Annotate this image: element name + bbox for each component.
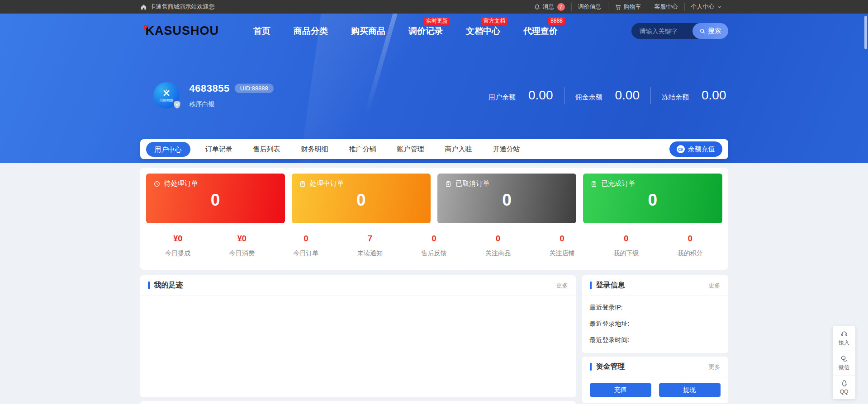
card-pending-orders[interactable]: 待处理订单 0	[146, 174, 285, 223]
footprints-more-link[interactable]: 更多	[556, 282, 568, 290]
tab-order-history[interactable]: 订单记录	[205, 145, 232, 154]
home-icon	[140, 4, 147, 10]
card-value: 0	[153, 191, 278, 210]
card-value: 0	[445, 191, 569, 210]
last-login-address-label: 最近登录地址:	[590, 320, 721, 328]
topbar-item-label: 个人中心	[691, 3, 715, 11]
stat-followed-products[interactable]: 0关注商品	[466, 234, 530, 258]
profile-row: 川峰网络 4683855 UID:88888 秩序白银 用户余额 0.00	[140, 82, 728, 108]
tab-substation[interactable]: 开通分站	[493, 145, 520, 154]
welcome-text: 卡速售商城演示站欢迎您	[150, 3, 215, 11]
nav-item-price-history[interactable]: 调价记录实时更新	[408, 25, 443, 37]
message-count-badge: 7	[557, 3, 565, 11]
avatar-text: 川峰网络	[159, 99, 174, 103]
login-info-title: 登录信息	[596, 281, 625, 290]
search-icon	[699, 28, 706, 34]
qq-icon	[840, 380, 848, 387]
funds-panel: 资金管理 更多 充值 提现	[582, 357, 728, 403]
topbar-item-support[interactable]: 客服中心	[648, 3, 685, 11]
nav-item-home[interactable]: 首页	[253, 25, 270, 37]
clipboard-check-icon	[590, 180, 598, 188]
balance-frozen: 冻结余额 0.00	[662, 88, 726, 103]
hero-header: KASUSHOU 首页 商品分类 购买商品 调价记录实时更新 文档中心官方文档 …	[0, 14, 868, 163]
last-login-time-label: 最近登录时间:	[590, 336, 721, 344]
contact-float-widget: 接入 微信 QQ	[833, 326, 855, 399]
contact-wechat-button[interactable]: 微信	[833, 351, 855, 376]
tab-user-center[interactable]: 用户中心	[146, 142, 190, 157]
topbar-item-label: 购物车	[624, 3, 641, 11]
login-info-more-link[interactable]: 更多	[709, 282, 721, 290]
footprints-panel: 我的足迹 更多	[140, 275, 576, 397]
card-completed-orders[interactable]: 已完成订单 0	[583, 174, 722, 223]
uid-badge: UID:88888	[235, 84, 274, 93]
balance-recharge-button[interactable]: 余额充值	[669, 141, 722, 157]
nav-badge: 官方文档	[481, 17, 508, 25]
tab-aftersales[interactable]: 售后列表	[253, 145, 280, 154]
stat-followed-shops[interactable]: 0关注店铺	[530, 234, 594, 258]
stat-aftersales-feedback[interactable]: 0售后反馈	[402, 234, 466, 258]
headset-icon	[840, 330, 848, 338]
card-value: 0	[590, 191, 715, 210]
stat-unread-notices[interactable]: 7未读通知	[338, 234, 402, 258]
verified-shield-icon	[172, 100, 182, 109]
recharge-button[interactable]: 充值	[590, 383, 651, 397]
nav-item-docs[interactable]: 文档中心官方文档	[466, 25, 500, 37]
recent-orders-panel: 近期订单 全部订单	[140, 401, 576, 404]
tab-account[interactable]: 账户管理	[397, 145, 424, 154]
bell-icon	[534, 4, 541, 10]
balance-user: 用户余额 0.00	[489, 88, 553, 103]
search-button[interactable]: 搜索	[693, 23, 728, 39]
contact-connect-button[interactable]: 接入	[833, 326, 855, 351]
topbar-menu: 消息 7 调价信息 购物车 客服中心 个人中心	[527, 3, 728, 11]
user-level: 秩序白银	[190, 100, 274, 108]
topbar-item-cart[interactable]: 购物车	[608, 3, 648, 11]
stat-my-points[interactable]: 0我的积分	[658, 234, 722, 258]
clipboard-icon	[299, 180, 306, 188]
search-box: 搜索	[631, 23, 728, 39]
stats-row: ¥0今日提成 ¥0今日消费 0今日订单 7未读通知 0售后反馈 0关注商品 0关…	[146, 223, 722, 270]
section-accent-bar	[590, 282, 592, 289]
topbar-item-label: 调价信息	[578, 3, 602, 11]
stat-today-orders[interactable]: 0今日订单	[274, 234, 338, 258]
tab-finance[interactable]: 财务明细	[301, 145, 328, 154]
tab-merchant[interactable]: 商户入驻	[445, 145, 472, 154]
withdraw-button[interactable]: 提现	[659, 383, 721, 397]
funds-more-link[interactable]: 更多	[709, 363, 721, 371]
scrollbar-thumb[interactable]	[864, 16, 867, 49]
section-accent-bar	[148, 282, 150, 289]
overview-panel: 待处理订单 0 处理中订单 0 已取消订单	[140, 168, 728, 270]
site-logo[interactable]: KASUSHOU	[146, 24, 219, 38]
avatar[interactable]: 川峰网络	[153, 82, 180, 108]
tab-distribution[interactable]: 推广分销	[349, 145, 376, 154]
wallet-icon	[677, 145, 685, 153]
card-processing-orders[interactable]: 处理中订单 0	[292, 174, 431, 223]
stat-today-commission[interactable]: ¥0今日提成	[146, 234, 210, 258]
nav-badge: 实时更新	[424, 17, 450, 25]
stat-today-spend[interactable]: ¥0今日消费	[210, 234, 274, 258]
section-accent-bar	[590, 363, 592, 371]
divider	[564, 87, 564, 104]
topbar-item-label: 客服中心	[655, 3, 678, 11]
topbar-item-messages[interactable]: 消息 7	[527, 3, 572, 11]
main-nav: KASUSHOU 首页 商品分类 购买商品 调价记录实时更新 文档中心官方文档 …	[140, 14, 728, 41]
nav-item-agent-price[interactable]: 代理查价8888	[523, 25, 558, 37]
avatar-logo-icon	[161, 88, 171, 98]
footprints-empty-body	[140, 296, 576, 397]
stat-my-subordinates[interactable]: 0我的下级	[594, 234, 658, 258]
topbar-welcome: 卡速售商城演示站欢迎您	[140, 3, 215, 11]
topbar-item-account[interactable]: 个人中心	[685, 3, 728, 11]
card-cancelled-orders[interactable]: 已取消订单 0	[437, 174, 576, 223]
nav-item-buy[interactable]: 购买商品	[351, 25, 385, 37]
topbar-item-price-info[interactable]: 调价信息	[572, 3, 608, 11]
search-input[interactable]	[631, 28, 693, 35]
last-login-ip-label: 最近登录IP:	[590, 304, 721, 312]
clock-icon	[153, 180, 161, 188]
divider	[650, 87, 651, 104]
login-info-panel: 登录信息 更多 最近登录IP: 最近登录地址: 最近登录时间:	[582, 275, 728, 353]
balance-commission: 佣金余额 0.00	[575, 88, 640, 103]
cart-icon	[615, 4, 621, 10]
balances: 用户余额 0.00 佣金余额 0.00 冻结余额 0.00	[489, 87, 726, 104]
contact-qq-button[interactable]: QQ	[833, 376, 855, 399]
nav-item-categories[interactable]: 商品分类	[294, 25, 328, 37]
funds-title: 资金管理	[596, 362, 625, 371]
